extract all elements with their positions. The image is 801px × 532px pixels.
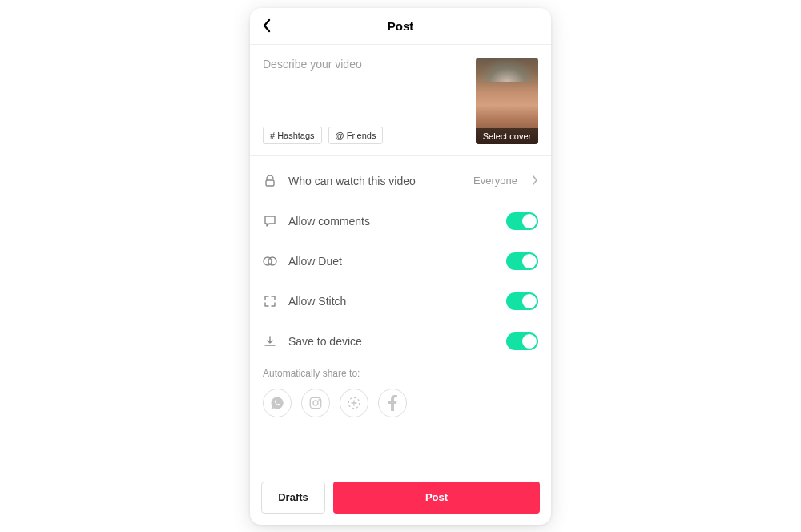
facebook-icon <box>388 395 397 411</box>
svg-rect-0 <box>266 180 274 186</box>
stories-icon <box>347 396 361 410</box>
privacy-row[interactable]: Who can watch this video Everyone <box>263 161 538 201</box>
duet-toggle[interactable] <box>506 252 538 270</box>
tag-row: # Hashtags @ Friends <box>263 127 466 144</box>
save-label: Save to device <box>288 335 495 348</box>
drafts-button[interactable]: Drafts <box>261 482 325 514</box>
header: Post <box>250 8 551 45</box>
privacy-value: Everyone <box>473 175 517 187</box>
svg-point-4 <box>313 401 318 405</box>
friends-button[interactable]: @ Friends <box>328 127 384 144</box>
comments-label: Allow comments <box>288 215 495 228</box>
settings-list: Who can watch this video Everyone Allow … <box>250 156 551 361</box>
share-stories[interactable] <box>340 389 368 417</box>
svg-point-2 <box>268 257 276 265</box>
save-toggle[interactable] <box>506 332 538 350</box>
share-label: Automatically share to: <box>263 368 538 379</box>
comments-toggle[interactable] <box>506 212 538 230</box>
post-button[interactable]: Post <box>333 482 540 514</box>
duet-row: Allow Duet <box>263 241 538 281</box>
share-whatsapp[interactable] <box>263 389 292 417</box>
privacy-label: Who can watch this video <box>288 175 462 187</box>
share-facebook[interactable] <box>378 389 407 417</box>
share-instagram[interactable] <box>301 389 330 417</box>
hashtags-button[interactable]: # Hashtags <box>263 127 322 144</box>
select-cover-label: Select cover <box>476 128 538 144</box>
comments-row: Allow comments <box>263 201 538 241</box>
friends-label: Friends <box>347 131 376 140</box>
page-title: Post <box>388 19 414 33</box>
caption-input[interactable]: Describe your video <box>263 58 466 106</box>
instagram-icon <box>308 396 323 410</box>
svg-point-5 <box>318 398 320 400</box>
lock-icon <box>263 174 277 188</box>
hashtags-label: Hashtags <box>277 131 314 140</box>
post-screen: Post Describe your video # Hashtags @ Fr… <box>250 8 551 525</box>
stitch-row: Allow Stitch <box>263 281 538 321</box>
duet-icon <box>263 254 277 268</box>
stitch-icon <box>263 294 277 308</box>
download-icon <box>263 334 277 349</box>
duet-label: Allow Duet <box>288 255 495 268</box>
cover-thumbnail[interactable]: Select cover <box>476 58 538 144</box>
whatsapp-icon <box>270 396 284 410</box>
caption-left: Describe your video # Hashtags @ Friends <box>263 58 466 144</box>
at-icon: @ <box>336 131 344 140</box>
comment-icon <box>263 214 277 228</box>
caption-area: Describe your video # Hashtags @ Friends… <box>250 45 551 156</box>
share-icons <box>263 389 538 417</box>
back-button[interactable] <box>261 18 272 33</box>
hash-icon: # <box>270 131 275 140</box>
share-section: Automatically share to: <box>250 368 551 417</box>
footer: Drafts Post <box>250 472 551 525</box>
save-row: Save to device <box>263 321 538 361</box>
stitch-label: Allow Stitch <box>288 295 495 308</box>
stitch-toggle[interactable] <box>506 292 538 310</box>
chevron-left-icon <box>261 18 272 33</box>
chevron-right-icon <box>532 174 538 188</box>
